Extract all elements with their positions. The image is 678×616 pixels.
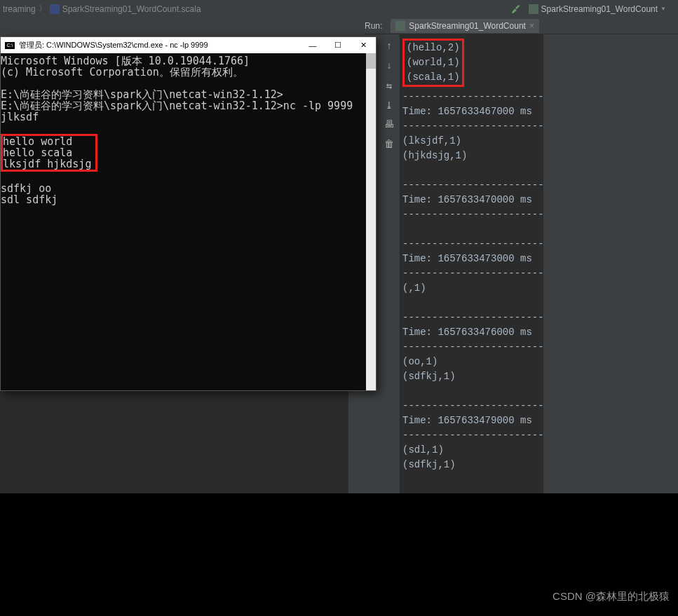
breadcrumb-file: SparkStreaming01_WordCount.scala [62,4,201,14]
minimize-button[interactable]: — [300,37,325,53]
cmd-window-buttons: — ☐ ✕ [300,37,376,53]
close-button[interactable]: ✕ [351,37,376,53]
cmd-line: jlksdf [1,111,39,123]
run-tab-icon [395,21,405,31]
toolbar-right: SparkStreaming01_WordCount ▼ [511,4,670,15]
chevron-down-icon: ▼ [660,6,666,12]
run-config-selector[interactable]: SparkStreaming01_WordCount ▼ [525,4,670,15]
cmd-scroll-thumb[interactable] [366,53,376,69]
run-tab[interactable]: SparkStreaming01_WordCount × [391,19,539,33]
run-tab-name: SparkStreaming01_WordCount [409,21,526,31]
cmd-title: 管理员: C:\WINDOWS\System32\cmd.exe - nc -l… [19,40,300,50]
run-gutter: ↑ ↓ ⇆ ⤓ 🖶 🗑 [379,34,400,493]
maximize-button[interactable]: ☐ [325,37,351,53]
cmd-window: C:\ 管理员: C:\WINDOWS\System32\cmd.exe - n… [0,36,377,391]
cmd-titlebar[interactable]: C:\ 管理员: C:\WINDOWS\System32\cmd.exe - n… [1,37,376,53]
console-text: ------------------------- Time: 16576334… [402,91,543,470]
cmd-scrollbar[interactable] [366,53,376,390]
build-icon[interactable] [511,4,521,14]
tab-close-button[interactable]: × [529,21,534,31]
watermark: CSDN @森林里的北极猿 [552,590,670,603]
breadcrumb-sep: 〉 [39,3,47,15]
run-config-name: SparkStreaming01_WordCount [541,4,658,14]
trash-icon[interactable]: 🗑 [383,138,395,151]
top-bar: treaming 〉 SparkStreaming01_WordCount.sc… [0,0,678,18]
cmd-line: E:\尚硅谷的学习资料\spark入门\netcat-win32-1.12>nc… [1,100,353,112]
breadcrumb[interactable]: treaming 〉 SparkStreaming01_WordCount.sc… [0,3,201,15]
cmd-line: sdl sdfkj [1,193,57,206]
cmd-highlight: hello world hello scala lksjdf hjkdsjg [1,134,97,172]
console-highlight: (hello,2) (world,1) (scala,1) [402,39,464,87]
cmd-line: (c) Microsoft Corporation。保留所有权利。 [1,66,243,78]
run-panel-header: Run: SparkStreaming01_WordCount × [365,18,678,34]
print-icon[interactable]: 🖶 [383,118,395,131]
cmd-icon: C:\ [5,42,15,49]
arrow-up-icon[interactable]: ↑ [383,40,395,53]
run-config-icon [529,4,538,14]
soft-wrap-icon[interactable]: ⇆ [383,79,395,92]
cmd-body[interactable]: Microsoft Windows [版本 10.0.19044.1766] (… [1,53,366,390]
console-output[interactable]: (hello,2) (world,1) (scala,1) ----------… [400,34,543,493]
scroll-to-end-icon[interactable]: ⤓ [383,99,395,111]
breadcrumb-parent: treaming [3,4,36,14]
scala-file-icon [50,4,60,14]
arrow-down-icon[interactable]: ↓ [383,60,395,72]
editor-area[interactable] [0,391,348,493]
run-panel-label: Run: [365,21,382,31]
